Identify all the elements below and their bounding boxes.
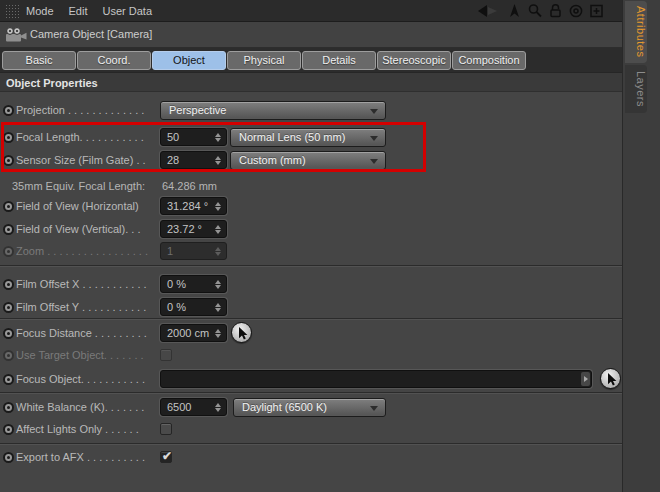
spinner-icon[interactable] <box>214 156 222 165</box>
keyframe-dot-icon[interactable] <box>3 155 14 166</box>
dock-tab-layers[interactable]: Layers <box>625 65 647 113</box>
pick-object-button[interactable] <box>600 368 621 389</box>
search-icon[interactable] <box>527 3 543 19</box>
tab-coord[interactable]: Coord. <box>77 51 151 70</box>
film-offset-x-value: 0 % <box>167 276 186 292</box>
white-balance-preset-value: Daylight (6500 K) <box>242 399 327 416</box>
projection-select[interactable]: Perspective <box>160 101 386 120</box>
menu-edit[interactable]: Edit <box>69 0 88 22</box>
affect-lights-only-checkbox[interactable] <box>160 423 172 435</box>
film-offset-y-input[interactable]: 0 % <box>160 298 227 316</box>
add-panel-icon[interactable] <box>589 3 604 19</box>
row-equiv-focal-length: 35mm Equiv. Focal Length: 64.286 mm <box>0 178 622 194</box>
group-header[interactable]: Object Properties <box>0 72 622 92</box>
spinner-icon[interactable] <box>214 202 222 211</box>
keyframe-dot-icon <box>3 350 14 361</box>
sensor-size-input[interactable]: 28 <box>160 151 227 169</box>
tab-stereoscopic[interactable]: Stereoscopic <box>377 51 451 70</box>
pick-object-button[interactable] <box>231 322 252 343</box>
fov-vertical-input[interactable]: 23.72 ° <box>160 220 227 238</box>
row-focus-distance: Focus Distance . . . . . . . . . 2000 cm <box>0 324 622 343</box>
row-focal-length: Focal Length. . . . . . . . . . . 50 Nor… <box>0 128 622 147</box>
keyframe-dot-icon[interactable] <box>3 452 14 463</box>
spinner-icon[interactable] <box>214 225 222 234</box>
focus-distance-value: 2000 cm <box>167 325 209 341</box>
dock-tab-attributes[interactable]: Attributes <box>625 1 647 63</box>
keyframe-dot-icon[interactable] <box>3 201 14 212</box>
row-zoom: Zoom . . . . . . . . . . . . . . . . . 1 <box>0 242 622 261</box>
group-header-title: Object Properties <box>0 77 98 89</box>
focus-distance-input[interactable]: 2000 cm <box>160 324 227 342</box>
use-target-object-label: Use Target Object. . . . . . . <box>16 346 144 365</box>
sensor-size-preset-select[interactable]: Custom (mm) <box>230 151 386 170</box>
separator <box>0 443 622 444</box>
history-back-icon[interactable] <box>474 3 502 19</box>
tab-basic[interactable]: Basic <box>2 51 76 70</box>
fov-vertical-label: Field of View (Vertical). . . <box>16 220 141 239</box>
separator <box>0 318 622 319</box>
fov-vertical-value: 23.72 ° <box>167 221 202 237</box>
focus-object-label: Focus Object. . . . . . . . . . . <box>16 370 145 389</box>
menu-bar: Mode Edit User Data <box>0 0 622 22</box>
tab-row: Basic Coord. Object Physical Details Ste… <box>0 48 622 72</box>
export-to-afx-checkbox[interactable]: ✔ <box>160 451 172 463</box>
keyframe-dot-icon[interactable] <box>3 374 14 385</box>
zoom-value: 1 <box>167 243 173 259</box>
keyframe-dot-icon[interactable] <box>3 105 14 116</box>
keyframe-dot-icon[interactable] <box>3 302 14 313</box>
spinner-icon[interactable] <box>214 133 222 142</box>
target-icon[interactable] <box>568 3 584 19</box>
spinner-icon[interactable] <box>214 329 222 338</box>
tab-physical[interactable]: Physical <box>227 51 301 70</box>
film-offset-x-input[interactable]: 0 % <box>160 275 227 293</box>
row-export-to-afx: Export to AFX . . . . . . . . . . ✔ <box>0 448 622 467</box>
keyframe-dot-icon[interactable] <box>3 224 14 235</box>
film-offset-y-label: Film Offset Y . . . . . . . . . . . <box>16 298 146 317</box>
row-film-offset-y: Film Offset Y . . . . . . . . . . . 0 % <box>0 298 622 317</box>
chevron-down-icon <box>370 159 378 164</box>
projection-value: Perspective <box>169 102 226 119</box>
chevron-down-icon <box>370 109 378 114</box>
keyframe-dot-icon[interactable] <box>3 279 14 290</box>
export-to-afx-label: Export to AFX . . . . . . . . . . <box>16 448 145 467</box>
white-balance-preset-select[interactable]: Daylight (6500 K) <box>233 398 386 417</box>
dock-strip: Attributes Layers <box>622 0 660 492</box>
spinner-icon[interactable] <box>214 403 222 412</box>
lock-icon[interactable] <box>548 3 563 19</box>
focus-object-field[interactable] <box>160 370 592 388</box>
camera-icon <box>5 27 28 43</box>
focal-length-preset-select[interactable]: Normal Lens (50 mm) <box>230 128 386 147</box>
sensor-size-preset-value: Custom (mm) <box>239 152 306 169</box>
white-balance-label: White Balance (K). . . . . . . <box>16 398 144 417</box>
separator <box>0 392 622 393</box>
keyframe-dot-icon[interactable] <box>3 424 14 435</box>
equiv-focal-length-value: 64.286 mm <box>162 178 217 194</box>
row-sensor-size: Sensor Size (Film Gate) . . 28 Custom (m… <box>0 151 622 170</box>
zoom-label: Zoom . . . . . . . . . . . . . . . . . <box>16 242 148 261</box>
menu-user-data[interactable]: User Data <box>103 0 153 22</box>
use-target-object-checkbox <box>160 349 172 361</box>
keyframe-dot-icon[interactable] <box>3 402 14 413</box>
fov-horizontal-label: Field of View (Horizontal) <box>16 197 139 216</box>
focal-length-value: 50 <box>167 129 179 145</box>
equiv-focal-length-label: 35mm Equiv. Focal Length: <box>12 178 145 194</box>
tab-composition[interactable]: Composition <box>452 51 526 70</box>
sensor-size-label: Sensor Size (Film Gate) . . <box>16 151 146 170</box>
fov-horizontal-input[interactable]: 31.284 ° <box>160 197 227 215</box>
film-offset-x-label: Film Offset X . . . . . . . . . . . <box>16 275 147 294</box>
row-fov-vertical: Field of View (Vertical). . . 23.72 ° <box>0 220 622 239</box>
tab-object[interactable]: Object <box>152 51 226 70</box>
tab-details[interactable]: Details <box>302 51 376 70</box>
keyframe-dot-icon[interactable] <box>3 328 14 339</box>
drag-handle-icon[interactable] <box>5 4 19 18</box>
white-balance-input[interactable]: 6500 <box>160 398 227 416</box>
pointer-up-icon[interactable] <box>507 3 522 19</box>
separator <box>0 265 622 266</box>
keyframe-dot-icon[interactable] <box>3 132 14 143</box>
spinner-icon[interactable] <box>214 303 222 312</box>
menu-mode[interactable]: Mode <box>26 0 54 22</box>
focal-length-input[interactable]: 50 <box>160 128 227 146</box>
spinner-icon[interactable] <box>214 280 222 289</box>
focus-object-expand-button[interactable] <box>581 372 590 386</box>
cursor-arrow-icon <box>605 372 618 387</box>
